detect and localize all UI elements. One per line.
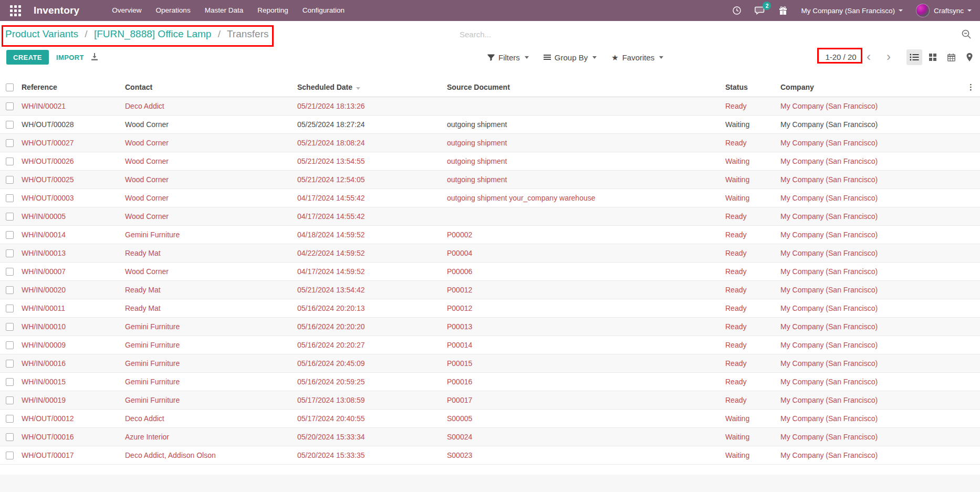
select-all-checkbox[interactable] [6,83,14,91]
company-switcher-label: My Company (San Francisco) [801,7,895,15]
table-row[interactable]: WH/IN/00009 Gemini Furniture 05/16/2024 … [0,336,980,354]
table-row[interactable]: WH/IN/00005 Wood Corner 04/17/2024 14:55… [0,207,980,225]
cell-scheduled-date: 05/16/2024 20:20:27 [297,336,446,354]
menu-master-data[interactable]: Master Data [205,0,244,21]
cell-company: My Company (San Francisco) [780,372,962,391]
menu-reporting[interactable]: Reporting [257,0,288,21]
search-input[interactable] [407,24,975,44]
breadcrumb-office-lamp[interactable]: [FURN_8888] Office Lamp [94,28,212,39]
user-name: Craftsync [934,7,964,15]
favorites-dropdown[interactable]: ★ Favorites [611,53,663,62]
row-checkbox[interactable] [6,121,14,129]
row-checkbox[interactable] [6,433,14,441]
row-checkbox[interactable] [6,360,14,368]
row-checkbox[interactable] [6,249,14,257]
export-download-icon[interactable] [90,53,99,62]
cell-company: My Company (San Francisco) [780,446,962,464]
cell-source-document: outgoing shipment [446,133,725,152]
activity-clock-icon[interactable] [732,6,742,15]
table-row[interactable]: WH/IN/00007 Wood Corner 04/17/2024 14:59… [0,262,980,280]
cell-scheduled-date: 05/20/2024 15:33:34 [297,427,446,446]
control-panel: CREATE IMPORT Filters Group By ★ Favorit… [0,47,980,67]
pager-next-button[interactable]: › [887,47,891,67]
apps-grid-icon[interactable] [8,4,22,17]
table-row[interactable]: WH/IN/00013 Ready Mat 04/22/2024 14:59:5… [0,244,980,262]
table-row[interactable]: WH/OUT/00017 Deco Addict, Addison Olson … [0,446,980,464]
gift-icon[interactable] [778,6,788,15]
cell-scheduled-date: 04/17/2024 14:55:42 [297,207,446,225]
user-menu[interactable]: Craftsync [916,4,972,17]
table-row[interactable]: WH/OUT/00012 Deco Addict 05/17/2024 20:4… [0,409,980,427]
cell-reference: WH/OUT/00025 [21,170,124,189]
cell-status: Ready [725,133,780,152]
breadcrumb-product-variants[interactable]: Product Variants [5,28,78,39]
table-row[interactable]: WH/IN/00014 Gemini Furniture 04/18/2024 … [0,225,980,244]
row-checkbox[interactable] [6,341,14,349]
column-header-status[interactable]: Status [725,78,780,97]
optional-columns-toggle[interactable]: ⋮ [962,78,980,97]
calendar-view-button[interactable] [943,49,959,65]
cell-status: Ready [725,244,780,262]
search-icon[interactable] [961,29,972,41]
menu-operations[interactable]: Operations [156,0,191,21]
import-button[interactable]: IMPORT [53,50,87,65]
cell-contact: Wood Corner [124,170,297,189]
row-checkbox[interactable] [6,194,14,202]
table-row[interactable]: WH/OUT/00028 Wood Corner 05/25/2024 18:2… [0,115,980,133]
column-header-reference[interactable]: Reference [21,78,124,97]
row-checkbox[interactable] [6,139,14,147]
row-checkbox[interactable] [6,305,14,312]
table-row[interactable]: WH/IN/00011 Ready Mat 05/16/2024 20:20:1… [0,299,980,317]
cell-contact: Ready Mat [124,280,297,299]
row-checkbox[interactable] [6,231,14,239]
cell-company: My Company (San Francisco) [780,189,962,207]
table-row[interactable]: WH/IN/00019 Gemini Furniture 05/17/2024 … [0,391,980,409]
table-row[interactable]: WH/OUT/00025 Wood Corner 05/21/2024 12:5… [0,170,980,189]
row-checkbox[interactable] [6,452,14,459]
messages-icon[interactable]: 2 [755,6,765,15]
cell-source-document: P00002 [446,225,725,244]
create-button[interactable]: CREATE [6,50,49,65]
cell-company: My Company (San Francisco) [780,391,962,409]
cell-company: My Company (San Francisco) [780,317,962,336]
cell-status: Waiting [725,170,780,189]
map-view-button[interactable] [962,49,977,65]
pager-previous-button[interactable]: ‹ [867,47,871,67]
row-checkbox[interactable] [6,213,14,221]
table-row[interactable]: WH/IN/00010 Gemini Furniture 05/16/2024 … [0,317,980,336]
cell-status: Ready [725,372,780,391]
breadcrumb-row: Product Variants / [FURN_8888] Office La… [0,21,980,47]
cell-source-document: P00004 [446,244,725,262]
company-switcher[interactable]: My Company (San Francisco) [801,7,903,15]
row-checkbox[interactable] [6,378,14,386]
column-header-contact[interactable]: Contact [124,78,297,97]
table-row[interactable]: WH/OUT/00016 Azure Interior 05/20/2024 1… [0,427,980,446]
table-row[interactable]: WH/OUT/00027 Wood Corner 05/21/2024 18:0… [0,133,980,152]
cell-reference: WH/IN/00011 [21,299,124,317]
table-row[interactable]: WH/IN/00021 Deco Addict 05/21/2024 18:13… [0,97,980,115]
table-row[interactable]: WH/OUT/00003 Wood Corner 04/17/2024 14:5… [0,189,980,207]
column-header-company[interactable]: Company [780,78,962,97]
row-checkbox[interactable] [6,323,14,331]
column-header-source-document[interactable]: Source Document [446,78,725,97]
row-checkbox[interactable] [6,415,14,423]
group-by-dropdown[interactable]: Group By [544,53,597,62]
row-checkbox[interactable] [6,176,14,184]
cell-contact: Wood Corner [124,133,297,152]
row-checkbox[interactable] [6,286,14,294]
table-row[interactable]: WH/IN/00015 Gemini Furniture 05/16/2024 … [0,372,980,391]
row-checkbox[interactable] [6,102,14,110]
row-checkbox[interactable] [6,158,14,165]
list-view-button[interactable] [906,49,922,65]
row-checkbox[interactable] [6,268,14,276]
kanban-view-button[interactable] [925,49,941,65]
table-row[interactable]: WH/IN/00020 Ready Mat 05/21/2024 13:54:4… [0,280,980,299]
table-row[interactable]: WH/IN/00016 Gemini Furniture 05/16/2024 … [0,354,980,372]
menu-configuration[interactable]: Configuration [303,0,345,21]
filters-dropdown[interactable]: Filters [487,53,529,62]
column-header-scheduled-date[interactable]: Scheduled Date [297,78,446,97]
menu-overview[interactable]: Overview [112,0,141,21]
table-row[interactable]: WH/OUT/00026 Wood Corner 05/21/2024 13:5… [0,152,980,170]
cell-options [962,391,980,409]
row-checkbox[interactable] [6,396,14,404]
